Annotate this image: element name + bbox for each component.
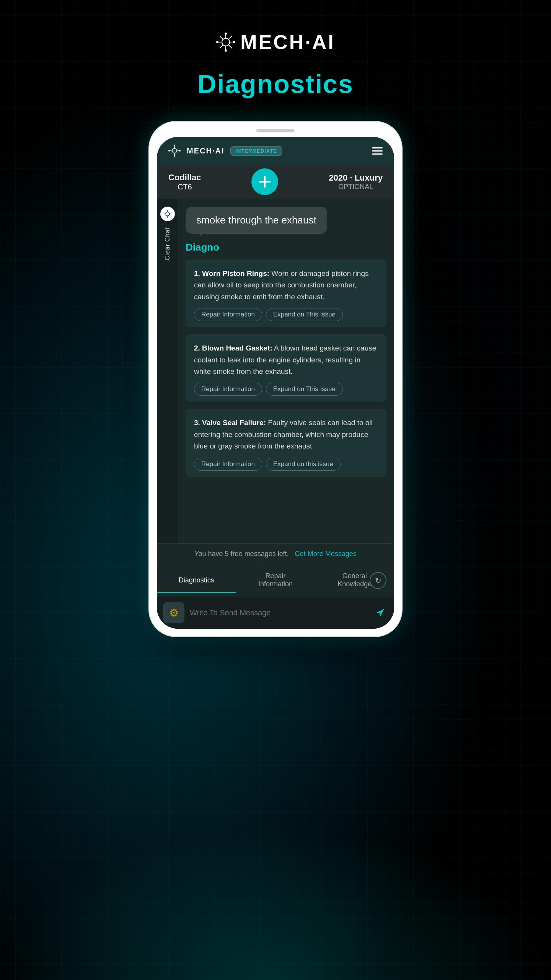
speech-bubble: smoke through the exhaust: [186, 207, 327, 234]
nav-tab-diagnostics[interactable]: Diagnostics: [157, 569, 236, 593]
svg-line-6: [229, 45, 232, 48]
diagnosis-card-1: 1. Worn Piston Rings: Worn or damaged pi…: [186, 259, 386, 327]
refresh-button[interactable]: ↻: [370, 572, 386, 589]
vehicle-info-right: 2020 · Luxury OPTIONAL: [321, 173, 390, 191]
vehicle-trim: OPTIONAL: [338, 183, 373, 191]
repair-info-btn-2[interactable]: Repair Information: [194, 383, 262, 396]
app-brand-text: MECH·AI: [187, 147, 224, 155]
add-vehicle-button[interactable]: [251, 168, 278, 195]
vehicle-info-left: Codillac CT6: [161, 173, 209, 191]
svg-point-10: [225, 49, 227, 52]
message-input-bar: ⚙: [157, 597, 394, 629]
card-actions-3: Repair Information Expand on this issue: [194, 458, 378, 471]
svg-point-11: [216, 41, 218, 43]
card-actions-2: Repair Information Expand on This Issue: [194, 383, 378, 396]
svg-point-12: [233, 41, 235, 43]
diagnosis-text-3: 3. Valve Seal Failure: Faulty valve seal…: [194, 417, 378, 452]
svg-line-7: [229, 36, 232, 39]
expand-issue-btn-3[interactable]: Expand on this issue: [266, 458, 341, 471]
chat-section-title: Diagno: [186, 241, 386, 253]
vehicle-model: CT6: [178, 183, 192, 191]
svg-point-13: [172, 148, 177, 153]
svg-point-19: [174, 155, 175, 157]
phone-speaker: [256, 129, 295, 132]
nav-tab-repair[interactable]: RepairInformation: [236, 564, 315, 597]
diagnosis-card-2: 2. Blown Head Gasket: A blown head gaske…: [186, 334, 386, 402]
brand-icon: [216, 32, 236, 52]
phone-mockup: MECH·AI INTERMEDIATE Codillac CT6 2020 ·…: [149, 122, 402, 636]
diagnosis-text-1: 1. Worn Piston Rings: Worn or damaged pi…: [194, 268, 378, 303]
clear-chat-label[interactable]: Clear Chat: [164, 227, 171, 260]
app-logo-row: MECH·AI INTERMEDIATE: [168, 145, 282, 157]
app-header: MECH·AI INTERMEDIATE: [157, 137, 394, 165]
bottom-nav: Diagnostics RepairInformation GeneralKno…: [157, 564, 394, 597]
sidebar-avatar: [160, 207, 175, 221]
diagnosis-text-2: 2. Blown Head Gasket: A blown head gaske…: [194, 342, 378, 377]
free-messages-text: You have 5 free messages left.: [194, 550, 289, 558]
vehicle-name: Codillac: [168, 173, 201, 183]
phone-screen: MECH·AI INTERMEDIATE Codillac CT6 2020 ·…: [157, 137, 394, 629]
svg-point-0: [222, 38, 230, 46]
hamburger-icon[interactable]: [372, 147, 383, 155]
page-title: Diagnostics: [197, 69, 353, 99]
chat-content: smoke through the exhaust Diagno 1. Worn…: [178, 199, 394, 543]
svg-point-21: [179, 150, 181, 152]
vehicle-bar: Codillac CT6 2020 · Luxury OPTIONAL: [157, 165, 394, 199]
svg-point-18: [174, 145, 175, 146]
svg-point-20: [168, 150, 170, 152]
level-badge: INTERMEDIATE: [230, 146, 282, 156]
free-messages-bar: You have 5 free messages left. Get More …: [157, 543, 394, 564]
app-brand-icon: [168, 145, 181, 157]
brand-logo: MECH·AI: [216, 31, 335, 54]
brand-name: MECH·AI: [240, 31, 335, 54]
expand-issue-btn-1[interactable]: Expand on This Issue: [266, 308, 343, 321]
page-header: MECH·AI Diagnostics: [197, 0, 353, 99]
svg-line-8: [220, 45, 223, 48]
obd-icon: ⚙: [163, 602, 184, 623]
send-button[interactable]: [373, 605, 388, 620]
message-input[interactable]: [190, 608, 367, 617]
expand-issue-btn-2[interactable]: Expand on This Issue: [266, 383, 343, 396]
repair-info-btn-3[interactable]: Repair Information: [194, 458, 262, 471]
card-actions-1: Repair Information Expand on This Issue: [194, 308, 378, 321]
diagnosis-card-3: 3. Valve Seal Failure: Faulty valve seal…: [186, 409, 386, 476]
svg-point-22: [166, 212, 170, 216]
svg-line-5: [220, 36, 223, 39]
get-more-messages-link[interactable]: Get More Messages: [295, 550, 357, 558]
vehicle-year: 2020 · Luxury: [329, 173, 383, 183]
chat-area: Clear Chat smoke through the exhaust Dia…: [157, 199, 394, 543]
repair-info-btn-1[interactable]: Repair Information: [194, 308, 262, 321]
clear-chat-sidebar: Clear Chat: [157, 199, 178, 543]
svg-point-9: [225, 33, 227, 35]
